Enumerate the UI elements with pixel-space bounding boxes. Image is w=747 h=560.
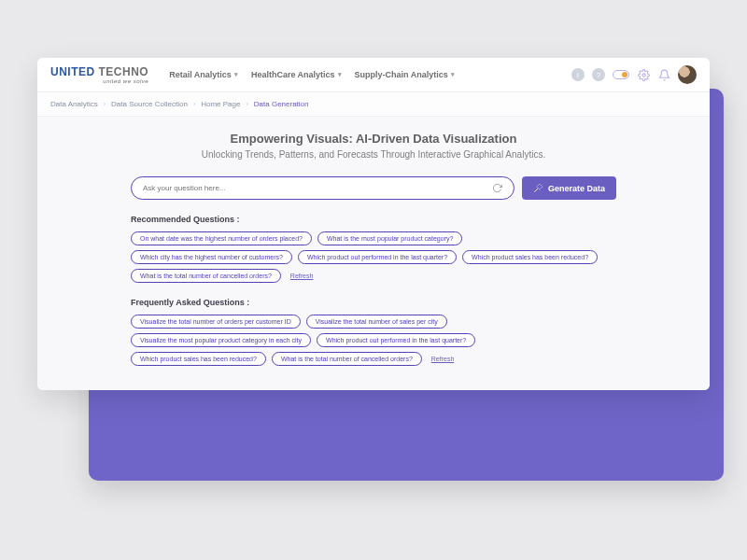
help-icon[interactable]: ? bbox=[592, 68, 605, 81]
info-icon[interactable]: i bbox=[571, 68, 585, 81]
breadcrumb-current: Data Generation bbox=[254, 100, 309, 108]
question-chip[interactable]: Which product out performed in the last … bbox=[298, 250, 457, 264]
logo: UNITED TECHNO united we solve bbox=[50, 66, 148, 84]
chevron-right-icon: › bbox=[104, 101, 106, 107]
refresh-icon[interactable] bbox=[492, 183, 502, 193]
chevron-right-icon: › bbox=[193, 101, 195, 107]
chevron-right-icon: › bbox=[246, 101, 247, 107]
chevron-down-icon: ▾ bbox=[451, 71, 455, 78]
avatar[interactable] bbox=[678, 65, 697, 84]
breadcrumb: Data Analytics › Data Source Collection … bbox=[37, 92, 710, 117]
faq-section: Frequently Asked Questions : Visualize t… bbox=[131, 298, 616, 366]
theme-toggle[interactable] bbox=[613, 70, 629, 79]
chevron-down-icon: ▾ bbox=[234, 71, 238, 78]
recommended-chips: On what date was the highest number of o… bbox=[131, 231, 616, 283]
question-chip[interactable]: Visualize the most popular product categ… bbox=[131, 333, 311, 347]
question-chip[interactable]: Visualize the total number of sales per … bbox=[306, 315, 447, 329]
nav-healthcare-analytics[interactable]: HealthCare Analytics ▾ bbox=[251, 70, 342, 79]
generate-data-button[interactable]: Generate Data bbox=[522, 176, 616, 200]
content: Empowering Visuals: AI-Driven Data Visua… bbox=[37, 117, 710, 390]
question-chip[interactable]: Visualize the total number of orders per… bbox=[131, 315, 301, 329]
refresh-link[interactable]: Refresh bbox=[431, 356, 455, 362]
logo-word-2: TECHNO bbox=[99, 65, 149, 78]
question-chip[interactable]: What is the total number of cancelled or… bbox=[272, 352, 422, 366]
logo-word-1: UNITED bbox=[50, 65, 95, 78]
chevron-down-icon: ▾ bbox=[338, 71, 342, 78]
search-input[interactable] bbox=[143, 184, 492, 192]
question-chip[interactable]: Which city has the highest number of cus… bbox=[131, 250, 292, 264]
nav-supplychain-analytics[interactable]: Supply-Chain Analytics ▾ bbox=[355, 70, 455, 79]
nav-retail-analytics[interactable]: Retail Analytics ▾ bbox=[169, 70, 238, 79]
faq-chips: Visualize the total number of orders per… bbox=[131, 315, 616, 366]
nav-label: HealthCare Analytics bbox=[251, 70, 335, 79]
section-title: Recommended Questions : bbox=[131, 215, 616, 224]
nav-label: Supply-Chain Analytics bbox=[355, 70, 448, 79]
breadcrumb-item[interactable]: Home Page bbox=[201, 100, 240, 108]
breadcrumb-item[interactable]: Data Analytics bbox=[50, 100, 98, 108]
navbar: UNITED TECHNO united we solve Retail Ana… bbox=[37, 58, 710, 92]
question-chip[interactable]: Which product out performed in the last … bbox=[317, 333, 475, 347]
search-box[interactable] bbox=[131, 176, 514, 200]
question-chip[interactable]: What is the total number of cancelled or… bbox=[131, 269, 281, 283]
breadcrumb-item[interactable]: Data Source Collection bbox=[111, 100, 188, 108]
page-subtitle: Unlocking Trends, Patterns, and Forecast… bbox=[131, 149, 616, 160]
wand-icon bbox=[533, 183, 543, 193]
question-chip[interactable]: What is the most popular product categor… bbox=[317, 231, 462, 245]
section-title: Frequently Asked Questions : bbox=[131, 298, 616, 307]
logo-tagline: united we solve bbox=[50, 78, 148, 84]
question-chip[interactable]: Which product sales has been reduced? bbox=[131, 352, 266, 366]
app-window: UNITED TECHNO united we solve Retail Ana… bbox=[37, 58, 710, 390]
gear-icon[interactable] bbox=[637, 68, 650, 81]
svg-point-0 bbox=[641, 73, 644, 76]
recommended-section: Recommended Questions : On what date was… bbox=[131, 215, 616, 283]
refresh-link[interactable]: Refresh bbox=[290, 273, 314, 279]
page-title: Empowering Visuals: AI-Driven Data Visua… bbox=[131, 132, 616, 146]
question-chip[interactable]: Which product sales has been reduced? bbox=[462, 250, 598, 264]
nav-label: Retail Analytics bbox=[169, 70, 232, 79]
nav-links: Retail Analytics ▾ HealthCare Analytics … bbox=[169, 70, 455, 79]
nav-icons: i ? bbox=[571, 65, 697, 84]
search-row: Generate Data bbox=[131, 176, 616, 200]
question-chip[interactable]: On what date was the highest number of o… bbox=[131, 231, 312, 245]
bell-icon[interactable] bbox=[657, 68, 670, 81]
generate-label: Generate Data bbox=[548, 184, 605, 193]
